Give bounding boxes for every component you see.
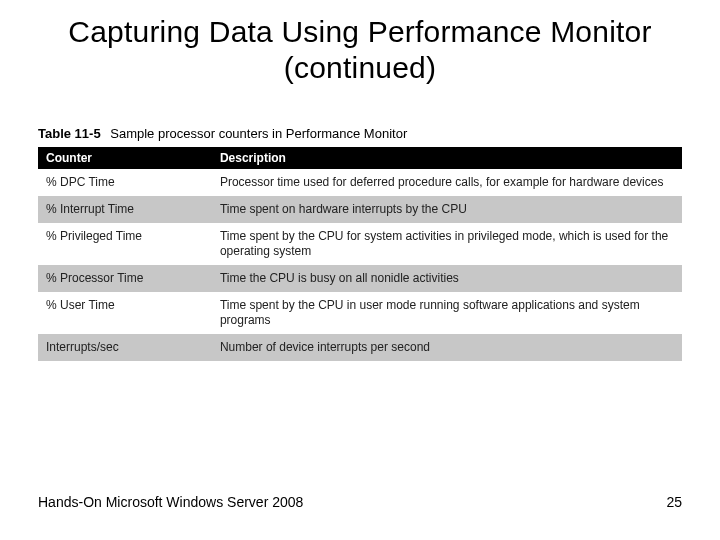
table-caption: Table 11-5 Sample processor counters in … <box>38 126 682 141</box>
cell-description: Processor time used for deferred procedu… <box>212 169 682 196</box>
table-row: % Privileged Time Time spent by the CPU … <box>38 223 682 265</box>
cell-description: Time the CPU is busy on all nonidle acti… <box>212 265 682 292</box>
table-caption-text: Sample processor counters in Performance… <box>110 126 407 141</box>
cell-counter: % Privileged Time <box>38 223 212 265</box>
cell-counter: % User Time <box>38 292 212 334</box>
processor-counters-table: Counter Description % DPC Time Processor… <box>38 147 682 361</box>
table-row: % Processor Time Time the CPU is busy on… <box>38 265 682 292</box>
table-row: % DPC Time Processor time used for defer… <box>38 169 682 196</box>
cell-counter: % Interrupt Time <box>38 196 212 223</box>
cell-description: Time spent by the CPU in user mode runni… <box>212 292 682 334</box>
cell-counter: % DPC Time <box>38 169 212 196</box>
cell-description: Number of device interrupts per second <box>212 334 682 361</box>
footer: Hands-On Microsoft Windows Server 2008 2… <box>38 494 682 510</box>
cell-description: Time spent on hardware interrupts by the… <box>212 196 682 223</box>
table-block: Table 11-5 Sample processor counters in … <box>38 126 682 361</box>
footer-text: Hands-On Microsoft Windows Server 2008 <box>38 494 303 510</box>
table-row: % User Time Time spent by the CPU in use… <box>38 292 682 334</box>
table-number: Table 11-5 <box>38 126 101 141</box>
col-description: Description <box>212 147 682 169</box>
cell-counter: % Processor Time <box>38 265 212 292</box>
cell-counter: Interrupts/sec <box>38 334 212 361</box>
table-row: % Interrupt Time Time spent on hardware … <box>38 196 682 223</box>
table-row: Interrupts/sec Number of device interrup… <box>38 334 682 361</box>
table-header-row: Counter Description <box>38 147 682 169</box>
cell-description: Time spent by the CPU for system activit… <box>212 223 682 265</box>
col-counter: Counter <box>38 147 212 169</box>
page-number: 25 <box>666 494 682 510</box>
slide: Capturing Data Using Performance Monitor… <box>0 0 720 540</box>
page-title: Capturing Data Using Performance Monitor… <box>0 0 720 86</box>
